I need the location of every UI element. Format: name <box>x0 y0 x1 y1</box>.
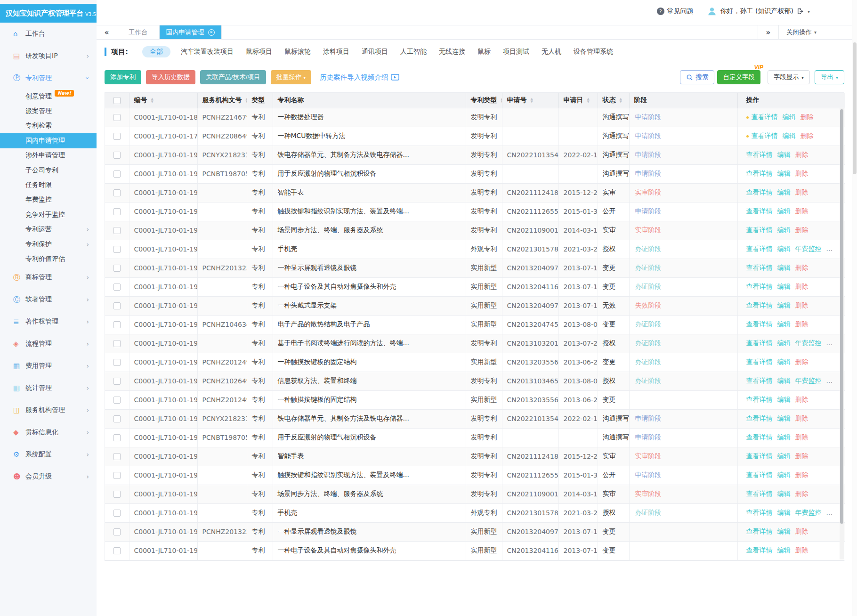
row-checkbox[interactable] <box>113 321 121 328</box>
batch-operations-button[interactable]: 批量操作 ▾ <box>271 70 312 84</box>
view-detail-link[interactable]: 查看详情 <box>746 245 773 252</box>
sidebar-item-stats-mgmt[interactable]: ▥统计管理› <box>0 377 97 399</box>
sidebar-item-software-copyright-mgmt[interactable]: Ⓒ软著管理› <box>0 289 97 311</box>
delete-link[interactable]: 删除 <box>795 320 808 328</box>
project-filter-option-10[interactable]: 无人机 <box>542 48 561 56</box>
edit-link[interactable]: 编辑 <box>777 226 791 234</box>
sidebar-item-copyright-mgmt[interactable]: ≣著作权管理› <box>0 311 97 333</box>
sidebar-subitem-11[interactable]: 专利价值评估 <box>0 251 97 266</box>
row-checkbox[interactable] <box>113 189 121 196</box>
sort-icon[interactable]: ▲▼ <box>531 97 533 103</box>
view-detail-link[interactable]: 查看详情 <box>746 396 773 403</box>
delete-link[interactable]: 删除 <box>795 433 808 441</box>
row-checkbox[interactable] <box>113 453 121 460</box>
delete-link[interactable]: 删除 <box>795 207 808 215</box>
row-checkbox[interactable] <box>113 246 121 253</box>
view-detail-link[interactable]: 查看详情 <box>746 546 773 554</box>
edit-link[interactable]: 编辑 <box>777 320 791 328</box>
edit-link[interactable]: 编辑 <box>777 471 791 478</box>
sidebar-item-trademark-mgmt[interactable]: Ⓡ商标管理› <box>0 267 97 289</box>
sort-icon[interactable]: ▲▼ <box>587 97 590 103</box>
row-checkbox[interactable] <box>113 152 121 159</box>
view-detail-link[interactable]: 查看详情 <box>752 132 778 139</box>
project-filter-option-4[interactable]: 涂料项目 <box>323 48 349 56</box>
view-detail-link[interactable]: 查看详情 <box>746 509 773 516</box>
row-checkbox[interactable] <box>113 510 121 517</box>
sidebar-subitem-6[interactable]: 任务时限 <box>0 178 97 192</box>
sidebar-subitem-7[interactable]: 年费监控 <box>0 193 97 207</box>
project-filter-option-9[interactable]: 项目测试 <box>503 48 529 56</box>
edit-link[interactable]: 编辑 <box>777 527 791 535</box>
view-detail-link[interactable]: 查看详情 <box>746 433 773 441</box>
row-checkbox[interactable] <box>113 547 121 554</box>
edit-link[interactable]: 编辑 <box>777 207 791 215</box>
view-detail-link[interactable]: 查看详情 <box>746 471 773 478</box>
delete-link[interactable]: 删除 <box>800 132 814 139</box>
delete-link[interactable]: 删除 <box>795 414 808 422</box>
tab-workbench[interactable]: 工作台 <box>117 25 160 39</box>
row-checkbox[interactable] <box>113 114 121 121</box>
sidebar-item-process-mgmt[interactable]: ◈流程管理› <box>0 333 97 355</box>
project-filter-option-5[interactable]: 通讯项目 <box>362 48 388 56</box>
sidebar-subitem-4[interactable]: 涉外申请管理 <box>0 148 97 163</box>
scroll-tabs-left-icon[interactable]: « <box>97 25 117 39</box>
row-checkbox[interactable] <box>113 491 121 498</box>
edit-link[interactable]: 编辑 <box>777 301 791 309</box>
sidebar-subitem-10[interactable]: 专利保护› <box>0 237 97 251</box>
row-checkbox[interactable] <box>113 397 121 404</box>
row-checkbox[interactable] <box>113 359 121 366</box>
annual-fee-monitor-link[interactable]: 年费监控 <box>795 339 822 347</box>
edit-link[interactable]: 编辑 <box>777 264 791 271</box>
table-scrollbar[interactable] <box>840 108 844 559</box>
row-checkbox[interactable] <box>113 302 121 309</box>
logout-icon[interactable] <box>797 8 804 15</box>
sidebar-item-patent-mgmt[interactable]: Ⓟ专利管理› <box>0 67 97 89</box>
delete-link[interactable]: 删除 <box>795 264 808 271</box>
close-tab-icon[interactable]: ✕ <box>208 29 215 36</box>
export-dropdown[interactable]: 导出 ▾ <box>815 70 844 84</box>
view-detail-link[interactable]: 查看详情 <box>746 320 773 328</box>
field-display-dropdown[interactable]: 字段显示 ▾ <box>768 70 810 84</box>
table-scrollbar-thumb[interactable] <box>840 109 843 524</box>
view-detail-link[interactable]: 查看详情 <box>746 151 773 158</box>
row-checkbox[interactable] <box>113 170 121 178</box>
project-filter-option-8[interactable]: 鼠标 <box>477 48 491 56</box>
view-detail-link[interactable]: 查看详情 <box>746 490 773 497</box>
sort-icon[interactable]: ▲▼ <box>151 97 154 103</box>
edit-link[interactable]: 编辑 <box>777 170 791 177</box>
delete-link[interactable]: 删除 <box>795 490 808 497</box>
view-detail-link[interactable]: 查看详情 <box>746 377 773 384</box>
more-actions-link[interactable]: ... <box>826 509 833 516</box>
view-detail-link[interactable]: 查看详情 <box>746 527 773 535</box>
more-actions-link[interactable]: ... <box>826 339 833 347</box>
sidebar-subitem-3[interactable]: 国内申请管理 <box>0 133 97 148</box>
sidebar-subitem-8[interactable]: 竞争对手监控 <box>0 207 97 222</box>
more-actions-link[interactable]: ... <box>826 377 833 384</box>
view-detail-link[interactable]: 查看详情 <box>746 339 773 347</box>
edit-link[interactable]: 编辑 <box>777 151 791 158</box>
row-checkbox[interactable] <box>113 284 121 291</box>
edit-link[interactable]: 编辑 <box>777 414 791 422</box>
sidebar-item-rd-project-ip[interactable]: ▤研发项目IP› <box>0 45 97 67</box>
annual-fee-monitor-link[interactable]: 年费监控 <box>795 245 822 252</box>
edit-link[interactable]: 编辑 <box>777 509 791 516</box>
delete-link[interactable]: 删除 <box>795 396 808 403</box>
project-filter-option-7[interactable]: 无线连接 <box>439 48 465 56</box>
sidebar-item-agency-mgmt[interactable]: ◫服务机构管理› <box>0 399 97 421</box>
annual-fee-monitor-link[interactable]: 年费监控 <box>795 377 822 384</box>
delete-link[interactable]: 删除 <box>795 151 808 158</box>
edit-link[interactable]: 编辑 <box>777 396 791 403</box>
row-checkbox[interactable] <box>113 227 121 234</box>
row-checkbox[interactable] <box>113 434 121 441</box>
custom-fields-button[interactable]: 自定义字段 VIP <box>717 70 760 84</box>
row-checkbox[interactable] <box>113 472 121 479</box>
delete-link[interactable]: 删除 <box>795 471 808 478</box>
sidebar-subitem-5[interactable]: 子公司专利 <box>0 163 97 178</box>
view-detail-link[interactable]: 查看详情 <box>746 264 773 271</box>
edit-link[interactable]: 编辑 <box>777 188 791 196</box>
view-detail-link[interactable]: 查看详情 <box>746 226 773 234</box>
select-all-checkbox[interactable] <box>113 97 121 104</box>
edit-link[interactable]: 编辑 <box>777 339 791 347</box>
view-detail-link[interactable]: 查看详情 <box>746 414 773 422</box>
project-filter-option-3[interactable]: 鼠标滚轮 <box>284 48 311 56</box>
